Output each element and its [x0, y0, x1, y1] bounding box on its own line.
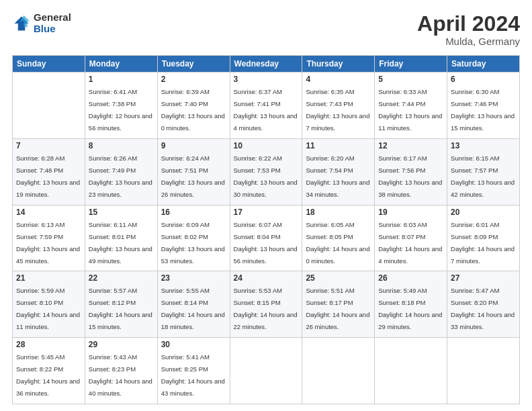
cell-w4-d0: 28 Sunrise: 5:45 AM Sunset: 8:22 PM Dayl…	[13, 338, 85, 404]
cell-w4-d4	[302, 338, 375, 404]
cell-w0-d4: 4 Sunrise: 6:35 AM Sunset: 7:43 PM Dayli…	[302, 73, 375, 139]
sunset-info: Sunset: 7:38 PM	[89, 100, 136, 107]
daylight-info: Daylight: 14 hours and 22 minutes.	[234, 311, 298, 330]
day-number: 20	[451, 208, 516, 217]
sunset-info: Sunset: 8:04 PM	[234, 233, 281, 240]
cell-w0-d1: 1 Sunrise: 6:41 AM Sunset: 7:38 PM Dayli…	[85, 73, 157, 139]
header-thursday: Thursday	[302, 56, 375, 73]
page: General Blue April 2024 Mulda, Germany S…	[0, 0, 532, 411]
day-number: 15	[89, 208, 154, 217]
sunset-info: Sunset: 8:14 PM	[161, 299, 208, 306]
sunset-info: Sunset: 8:25 PM	[161, 365, 208, 373]
cell-w1-d3: 10 Sunrise: 6:22 AM Sunset: 7:53 PM Dayl…	[230, 138, 302, 205]
sunrise-info: Sunrise: 5:55 AM	[161, 287, 210, 294]
sunset-info: Sunset: 7:44 PM	[378, 100, 425, 107]
sunrise-info: Sunrise: 5:53 AM	[234, 287, 282, 294]
daylight-info: Daylight: 14 hours and 40 minutes.	[89, 377, 152, 397]
sunset-info: Sunset: 8:09 PM	[451, 233, 498, 240]
sunrise-info: Sunrise: 6:35 AM	[306, 88, 354, 95]
header-saturday: Saturday	[447, 56, 520, 73]
cell-w3-d4: 25 Sunrise: 5:51 AM Sunset: 8:17 PM Dayl…	[302, 271, 375, 338]
day-number: 17	[234, 208, 299, 217]
sunset-info: Sunset: 8:23 PM	[89, 365, 136, 373]
sunset-info: Sunset: 8:12 PM	[89, 299, 136, 306]
logo-text: General Blue	[34, 12, 71, 34]
daylight-info: Daylight: 14 hours and 26 minutes.	[306, 311, 369, 330]
cell-w1-d5: 12 Sunrise: 6:17 AM Sunset: 7:56 PM Dayl…	[375, 138, 447, 205]
daylight-info: Daylight: 14 hours and 36 minutes.	[16, 377, 80, 397]
day-number: 30	[161, 340, 226, 349]
sunset-info: Sunset: 8:07 PM	[378, 233, 425, 240]
day-number: 25	[306, 273, 371, 283]
sunrise-info: Sunrise: 5:51 AM	[306, 287, 354, 294]
cell-w3-d6: 27 Sunrise: 5:47 AM Sunset: 8:20 PM Dayl…	[447, 271, 520, 338]
sunrise-info: Sunrise: 6:28 AM	[16, 154, 64, 162]
cell-w1-d6: 13 Sunrise: 6:15 AM Sunset: 7:57 PM Dayl…	[447, 138, 520, 205]
sunrise-info: Sunrise: 6:33 AM	[378, 88, 427, 95]
cell-w4-d2: 30 Sunrise: 5:41 AM Sunset: 8:25 PM Dayl…	[157, 338, 230, 404]
day-number: 27	[451, 273, 516, 283]
sunrise-info: Sunrise: 6:15 AM	[451, 154, 499, 162]
header-sunday: Sunday	[13, 56, 85, 73]
cell-w0-d0	[13, 73, 85, 139]
cell-w3-d0: 21 Sunrise: 5:59 AM Sunset: 8:10 PM Dayl…	[13, 271, 85, 338]
day-number: 2	[161, 75, 226, 84]
cell-w1-d2: 9 Sunrise: 6:24 AM Sunset: 7:51 PM Dayli…	[157, 138, 230, 205]
location: Mulda, Germany	[417, 36, 520, 47]
daylight-info: Daylight: 13 hours and 23 minutes.	[89, 179, 152, 198]
sunset-info: Sunset: 8:10 PM	[16, 299, 63, 306]
sunset-info: Sunset: 8:20 PM	[451, 299, 498, 306]
header: General Blue April 2024 Mulda, Germany	[12, 12, 520, 47]
day-number: 28	[16, 340, 81, 349]
calendar: Sunday Monday Tuesday Wednesday Thursday…	[12, 55, 520, 404]
daylight-info: Daylight: 13 hours and 4 minutes.	[234, 112, 298, 132]
weekday-header-row: Sunday Monday Tuesday Wednesday Thursday…	[13, 56, 520, 73]
sunrise-info: Sunrise: 6:20 AM	[306, 154, 354, 162]
daylight-info: Daylight: 13 hours and 49 minutes.	[89, 245, 152, 265]
day-number: 14	[16, 208, 81, 217]
cell-w3-d1: 22 Sunrise: 5:57 AM Sunset: 8:12 PM Dayl…	[85, 271, 157, 338]
cell-w1-d1: 8 Sunrise: 6:26 AM Sunset: 7:49 PM Dayli…	[85, 138, 157, 205]
cell-w4-d3	[230, 338, 302, 404]
cell-w0-d6: 6 Sunrise: 6:30 AM Sunset: 7:46 PM Dayli…	[447, 73, 520, 139]
sunrise-info: Sunrise: 5:49 AM	[378, 287, 427, 294]
sunrise-info: Sunrise: 5:47 AM	[451, 287, 499, 294]
daylight-info: Daylight: 13 hours and 45 minutes.	[16, 245, 80, 265]
sunrise-info: Sunrise: 6:09 AM	[161, 221, 210, 228]
logo: General Blue	[12, 12, 71, 34]
sunrise-info: Sunrise: 5:59 AM	[16, 287, 64, 294]
cell-w3-d5: 26 Sunrise: 5:49 AM Sunset: 8:18 PM Dayl…	[375, 271, 447, 338]
week-row-1: 7 Sunrise: 6:28 AM Sunset: 7:48 PM Dayli…	[13, 138, 520, 205]
header-wednesday: Wednesday	[230, 56, 302, 73]
sunrise-info: Sunrise: 6:37 AM	[234, 88, 282, 95]
cell-w2-d3: 17 Sunrise: 6:07 AM Sunset: 8:04 PM Dayl…	[230, 205, 302, 271]
day-number: 6	[451, 75, 516, 84]
daylight-info: Daylight: 13 hours and 53 minutes.	[161, 245, 225, 265]
week-row-0: 1 Sunrise: 6:41 AM Sunset: 7:38 PM Dayli…	[13, 73, 520, 139]
sunset-info: Sunset: 7:43 PM	[306, 100, 353, 107]
daylight-info: Daylight: 14 hours and 43 minutes.	[161, 377, 225, 397]
sunrise-info: Sunrise: 6:07 AM	[234, 221, 282, 228]
daylight-info: Daylight: 14 hours and 33 minutes.	[451, 311, 515, 330]
week-row-3: 21 Sunrise: 5:59 AM Sunset: 8:10 PM Dayl…	[13, 271, 520, 338]
cell-w4-d5	[375, 338, 447, 404]
day-number: 21	[16, 273, 81, 283]
day-number: 26	[378, 273, 443, 283]
sunset-info: Sunset: 7:40 PM	[161, 100, 208, 107]
sunrise-info: Sunrise: 6:39 AM	[161, 88, 210, 95]
sunrise-info: Sunrise: 5:57 AM	[89, 287, 137, 294]
sunset-info: Sunset: 7:41 PM	[234, 100, 281, 107]
sunset-info: Sunset: 7:51 PM	[161, 167, 208, 174]
daylight-info: Daylight: 12 hours and 56 minutes.	[89, 112, 152, 132]
sunrise-info: Sunrise: 6:22 AM	[234, 154, 282, 162]
cell-w3-d3: 24 Sunrise: 5:53 AM Sunset: 8:15 PM Dayl…	[230, 271, 302, 338]
sunset-info: Sunset: 8:17 PM	[306, 299, 353, 306]
cell-w2-d6: 20 Sunrise: 6:01 AM Sunset: 8:09 PM Dayl…	[447, 205, 520, 271]
sunrise-info: Sunrise: 6:01 AM	[451, 221, 499, 228]
cell-w1-d0: 7 Sunrise: 6:28 AM Sunset: 7:48 PM Dayli…	[13, 138, 85, 205]
daylight-info: Daylight: 14 hours and 7 minutes.	[451, 245, 515, 265]
sunset-info: Sunset: 7:49 PM	[89, 167, 136, 174]
logo-icon	[12, 14, 31, 33]
daylight-info: Daylight: 13 hours and 30 minutes.	[234, 179, 298, 198]
daylight-info: Daylight: 13 hours and 15 minutes.	[451, 112, 515, 132]
